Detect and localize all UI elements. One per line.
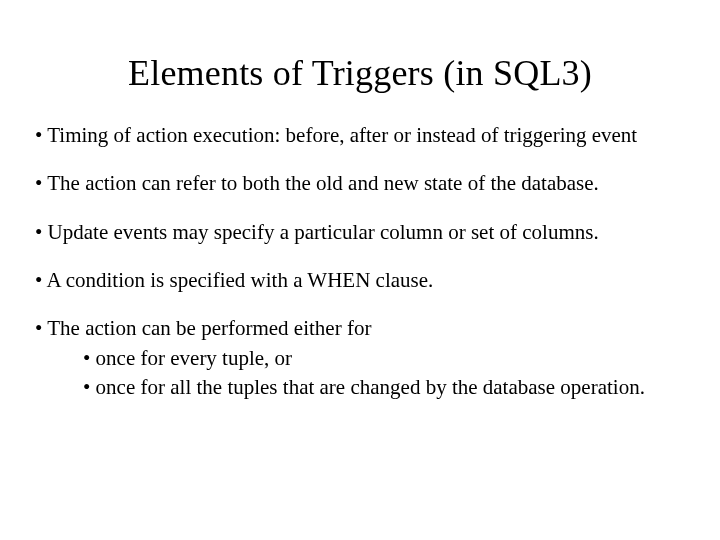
bullet-text: A condition is specified with a WHEN cla… — [46, 268, 433, 292]
bullet-item: • The action can refer to both the old a… — [30, 170, 690, 196]
slide: Elements of Triggers (in SQL3) • Timing … — [0, 52, 720, 540]
bullet-icon: • — [35, 220, 48, 244]
bullet-text: Timing of action execution: before, afte… — [47, 123, 637, 147]
bullet-text: Update events may specify a particular c… — [48, 220, 599, 244]
bullet-icon: • — [35, 268, 46, 292]
slide-body: • Timing of action execution: before, af… — [30, 122, 690, 400]
bullet-icon: • — [35, 316, 47, 340]
sub-bullet-item: • once for every tuple, or — [78, 345, 690, 371]
bullet-icon: • — [83, 346, 96, 370]
bullet-item: • Timing of action execution: before, af… — [30, 122, 690, 148]
bullet-item: • The action can be performed either for — [30, 315, 690, 341]
bullet-item: • Update events may specify a particular… — [30, 219, 690, 245]
bullet-text: once for all the tuples that are changed… — [96, 375, 645, 399]
bullet-text: The action can be performed either for — [47, 316, 371, 340]
bullet-item: • A condition is specified with a WHEN c… — [30, 267, 690, 293]
bullet-icon: • — [35, 123, 47, 147]
bullet-text: The action can refer to both the old and… — [47, 171, 599, 195]
bullet-text: once for every tuple, or — [96, 346, 293, 370]
slide-title: Elements of Triggers (in SQL3) — [30, 52, 690, 94]
bullet-icon: • — [83, 375, 96, 399]
sub-bullet-item: • once for all the tuples that are chang… — [78, 374, 690, 400]
bullet-icon: • — [35, 171, 47, 195]
